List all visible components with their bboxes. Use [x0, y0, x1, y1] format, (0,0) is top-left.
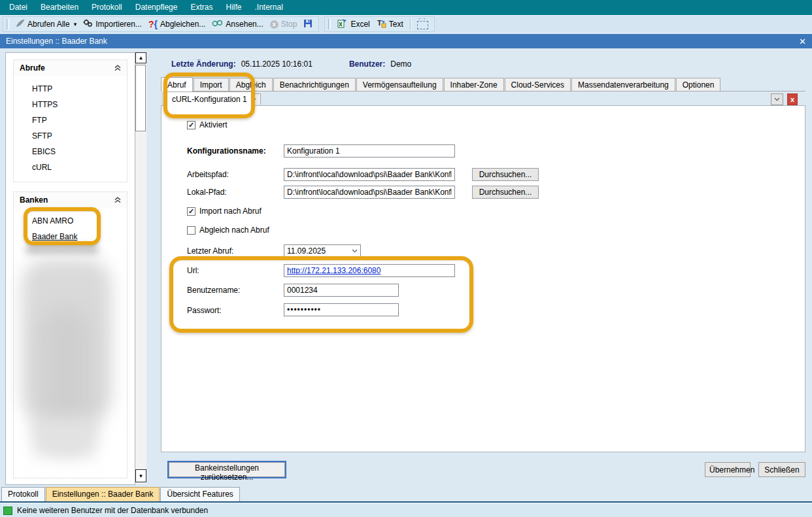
svg-text:T: T — [377, 19, 382, 27]
ansehen-button[interactable]: Ansehen... — [209, 17, 266, 31]
abgleichen-button[interactable]: ?{ Abgleichen... — [145, 17, 209, 31]
abrufen-alle-button[interactable]: Abrufen Alle ▾ — [12, 17, 80, 31]
chevron-down-icon — [352, 249, 358, 253]
schliessen-button[interactable]: Schließen — [758, 462, 805, 477]
scroll-up-button[interactable]: ▲ — [135, 52, 146, 63]
tab-benachrichtigungen[interactable]: Benachrichtigungen — [273, 78, 356, 91]
sidebar-item-ebics[interactable]: EBICS — [14, 144, 127, 159]
tab-vermoegensaufteilung[interactable]: Vermögensaufteilung — [356, 78, 443, 91]
uebernehmen-button[interactable]: Übernehmen — [705, 462, 751, 477]
close-configuration-tab-button[interactable]: x — [787, 93, 798, 105]
letzter-abruf-value: 11.09.2025 — [287, 246, 326, 256]
text-icon: T — [377, 19, 386, 30]
aktiviert-label: Aktiviert — [199, 120, 228, 129]
menu-item-datei[interactable]: Datei — [3, 0, 34, 15]
tab-inhaber-zone[interactable]: Inhaber-Zone — [444, 78, 504, 91]
stop-label: Stop — [281, 20, 297, 29]
import-nach-abruf-checkbox[interactable] — [187, 207, 195, 216]
tab-optionen[interactable]: Optionen — [676, 78, 721, 91]
sidebar-item-curl[interactable]: cURL — [14, 159, 127, 175]
collapse-chevrons-icon — [114, 197, 121, 203]
konfigurationsname-input[interactable] — [284, 144, 455, 158]
tab-list-dropdown-button[interactable] — [771, 93, 783, 105]
sidebar: Abrufe HTTP HTTPS FTP SFTP EBICS cURL Ba… — [5, 52, 135, 485]
menu-item-hilfe[interactable]: Hilfe — [219, 0, 248, 15]
selection-box-icon — [417, 21, 428, 29]
bottom-tab-protokoll[interactable]: Protokoll — [1, 487, 45, 501]
sidebar-item-ftp[interactable]: FTP — [14, 112, 127, 128]
status-bar: Keine weiteren Benutzer mit der Datenban… — [0, 503, 812, 517]
excel-export-button[interactable]: Excel — [334, 17, 373, 31]
excel-label: Excel — [350, 20, 369, 29]
sidebar-section-abrufe-title: Abrufe — [20, 63, 45, 73]
save-button[interactable] — [300, 17, 316, 31]
sidebar-section-banken-header[interactable]: Banken — [14, 192, 127, 208]
arbeitspfad-input[interactable] — [284, 168, 455, 181]
tab-cloud-services[interactable]: Cloud-Services — [505, 78, 571, 91]
lokal-pfad-input[interactable] — [284, 186, 455, 199]
scroll-thumb[interactable] — [135, 65, 146, 131]
passwort-input[interactable] — [284, 303, 399, 316]
arbeitspfad-label: Arbeitspfad: — [187, 170, 229, 179]
menu-item-protokoll[interactable]: Protokoll — [85, 0, 129, 15]
menu-item-bearbeiten[interactable]: Bearbeiten — [34, 0, 85, 15]
letzter-abruf-dropdown[interactable]: 11.09.2025 — [284, 244, 361, 258]
sidebar-item-http[interactable]: HTTP — [14, 81, 127, 97]
tab-import[interactable]: Import — [194, 78, 229, 91]
lokal-pfad-durchsuchen-button[interactable]: Durchsuchen... — [472, 186, 539, 199]
scroll-down-button[interactable]: ▼ — [135, 469, 146, 482]
bankeinstellungen-zuruecksetzen-button[interactable]: Bankeinstellungen zurücksetzen... — [169, 462, 285, 477]
url-label: Url: — [187, 266, 199, 275]
menu-item-extras[interactable]: Extras — [184, 0, 219, 15]
sidebar-item-sftp[interactable]: SFTP — [14, 128, 127, 144]
url-input[interactable] — [284, 264, 455, 277]
toolbar-grip — [7, 19, 9, 29]
subtab-curl-konfiguration-1[interactable]: cURL-Konfiguration 1 — [165, 92, 254, 106]
panel-title: Einstellungen :: Baader Bank — [6, 37, 107, 46]
excel-icon — [337, 18, 348, 30]
selection-mode-button[interactable] — [414, 17, 431, 31]
panel-close-button[interactable]: ✕ — [799, 37, 806, 46]
aktiviert-checkbox[interactable] — [187, 121, 195, 129]
importieren-button[interactable]: Importieren... — [80, 17, 145, 31]
stop-icon: x — [270, 20, 279, 29]
ansehen-label: Ansehen... — [226, 20, 263, 29]
menu-item-internal[interactable]: .Internal — [248, 0, 290, 15]
save-icon — [303, 19, 313, 30]
quill-icon — [16, 19, 25, 29]
tab-abgleich[interactable]: Abgleich — [229, 78, 273, 91]
chevron-down-icon — [774, 97, 780, 101]
abgleich-nach-abruf-checkbox[interactable] — [187, 226, 195, 235]
importieren-label: Importieren... — [95, 20, 142, 29]
sidebar-item-baader-bank[interactable]: Baader Bank — [14, 229, 127, 244]
text-export-button[interactable]: T Text — [373, 17, 407, 31]
toolbar: Abrufen Alle ▾ Importieren... ?{ Abgleic… — [0, 15, 812, 33]
sidebar-item-abn-amro[interactable]: ABN AMRO — [14, 213, 127, 229]
triangle-up-icon: ▲ — [139, 55, 144, 61]
user-value: Demo — [390, 59, 411, 69]
sidebar-scrollbar[interactable]: ▲ ▼ — [135, 52, 146, 484]
letzter-abruf-label: Letzter Abruf: — [187, 246, 233, 256]
redacted-region — [25, 246, 99, 254]
menu-bar: Datei Bearbeiten Protokoll Datenpflege E… — [0, 0, 812, 15]
sidebar-item-https[interactable]: HTTPS — [14, 97, 127, 112]
stop-button: x Stop — [267, 17, 301, 31]
chevron-down-icon[interactable]: ▾ — [74, 21, 77, 27]
tab-massendatenverarbeitung[interactable]: Massendatenverarbeitung — [571, 78, 675, 91]
bottom-tab-uebersicht-features[interactable]: Übersicht Features — [160, 487, 239, 501]
abgleich-nach-abruf-label: Abgleich nach Abruf — [199, 225, 269, 235]
menu-item-datenpflege[interactable]: Datenpflege — [129, 0, 184, 15]
lokal-pfad-label: Lokal-Pfad: — [187, 188, 227, 197]
close-icon: ✕ — [799, 37, 806, 46]
bottom-tab-bar: Protokoll Einstellungen :: Baader Bank Ü… — [0, 487, 812, 501]
sidebar-section-abrufe-header[interactable]: Abrufe — [14, 60, 127, 76]
toolbar-grip — [328, 19, 331, 29]
bottom-tab-einstellungen-baader-bank[interactable]: Einstellungen :: Baader Bank — [46, 487, 160, 501]
arbeitspfad-durchsuchen-button[interactable]: Durchsuchen... — [472, 168, 539, 181]
content-area: Abrufe HTTP HTTPS FTP SFTP EBICS cURL Ba… — [0, 48, 812, 487]
settings-tab-bar: Abruf Import Abgleich Benachrichtigungen… — [161, 78, 805, 92]
redacted-region — [33, 417, 95, 456]
tab-abruf[interactable]: Abruf — [161, 77, 193, 92]
benutzername-input[interactable] — [284, 284, 399, 297]
user-label: Benutzer: — [349, 59, 385, 69]
